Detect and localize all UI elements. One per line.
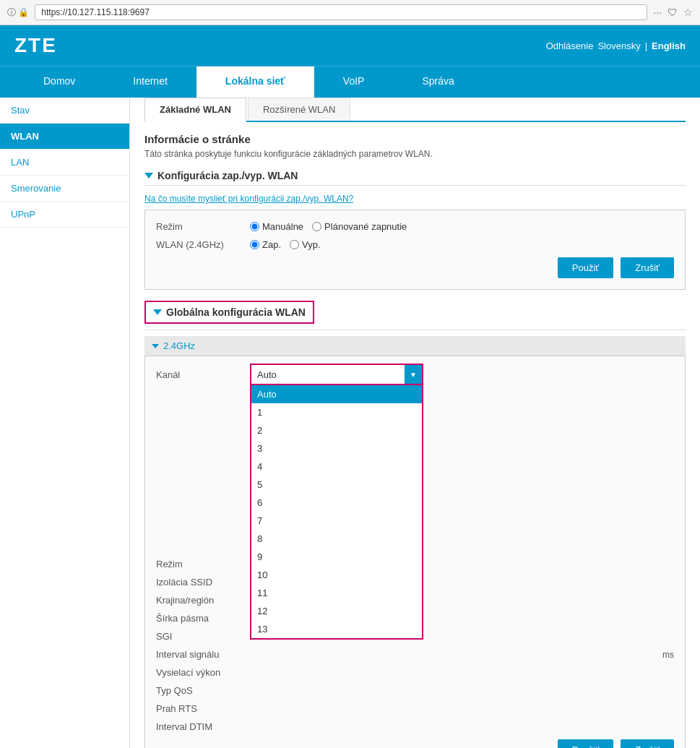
sidebar-item-smerovanie[interactable]: Smerovanie xyxy=(0,176,129,202)
collapse-icon xyxy=(144,173,153,179)
kanal-option-7[interactable]: 7 xyxy=(251,512,422,530)
kanal-option-1[interactable]: 1 xyxy=(251,403,422,421)
tab-rozsirene-wlan[interactable]: Rozšírené WLAN xyxy=(248,98,350,121)
page-info: Informácie o stránke Táto stránka poskyt… xyxy=(144,133,686,159)
krajina-label: Krajina/región xyxy=(156,595,250,606)
wlan-zap-label: Zap. xyxy=(262,239,281,250)
kanal-option-6[interactable]: 6 xyxy=(251,494,422,512)
kanal-selected-value: Auto xyxy=(251,366,405,383)
prah-rts-row: Prah RTS xyxy=(156,703,674,714)
nav-domov[interactable]: Domov xyxy=(14,66,104,98)
kanal-option-9[interactable]: 9 xyxy=(251,548,422,566)
kanal-option-5[interactable]: 5 xyxy=(251,476,422,494)
wlan-switch-apply-btn[interactable]: Použiť xyxy=(558,257,613,278)
kanal-option-8[interactable]: 8 xyxy=(251,530,422,548)
kanal-row: Kanál Auto ▼ Auto 1 2 xyxy=(156,364,674,385)
wlan-zap-option[interactable]: Zap. xyxy=(250,239,281,250)
browser-bar: ⓘ 🔒 https://10.127.115.118:9697 ··· 🛡 ☆ xyxy=(0,0,700,25)
kanal-option-12[interactable]: 12 xyxy=(251,602,422,620)
star-icon[interactable]: ☆ xyxy=(683,7,693,18)
tab-bar: Základné WLAN Rozšírené WLAN xyxy=(144,98,686,122)
sidebar-item-stav[interactable]: Stav xyxy=(0,98,129,124)
wlan-switch-cancel-btn[interactable]: Zrušiť xyxy=(621,257,674,278)
wlan-vyp-option[interactable]: Vyp. xyxy=(290,239,321,250)
rezim-manualne-radio[interactable] xyxy=(250,222,259,231)
global-config-content: 2.4GHz Kanál Auto ▼ xyxy=(144,336,686,748)
wlan-switch-section-header[interactable]: Konfigurácia zap./vyp. WLAN xyxy=(144,170,686,181)
global-config-title: Globálna konfigurácia WLAN xyxy=(166,306,306,318)
page-info-description: Táto stránka poskytuje funkciu konfigurá… xyxy=(144,149,686,159)
nav-internet[interactable]: Internet xyxy=(104,66,196,98)
rezim-row: Režim Manuálne Plánované zapnutie xyxy=(156,221,674,232)
rezim-manualne-option[interactable]: Manuálne xyxy=(250,221,303,232)
global-config-apply-btn[interactable]: Použiť xyxy=(558,739,613,748)
interval-dtim-row: Interval DTIM xyxy=(156,721,674,732)
wlan-row: WLAN (2.4GHz) Zap. Vyp. xyxy=(156,239,674,250)
vysilaci-vykon-label: Vysielací výkon xyxy=(156,667,250,678)
kanal-label: Kanál xyxy=(156,369,250,380)
url-bar[interactable]: https://10.127.115.118:9697 xyxy=(35,4,647,20)
prah-rts-label: Prah RTS xyxy=(156,703,250,714)
subsection-collapse-icon xyxy=(152,344,159,348)
nav-voip[interactable]: VoIP xyxy=(314,66,394,98)
kanal-option-10[interactable]: 10 xyxy=(251,566,422,584)
bookmark-icon[interactable]: 🛡 xyxy=(667,7,678,18)
global-config-button-row: Použiť Zrušiť xyxy=(156,739,674,748)
menu-icon[interactable]: ··· xyxy=(653,7,662,18)
rezim-global-label: Režim xyxy=(156,559,250,569)
interval-signalu-row: Interval signálu ms xyxy=(156,649,674,660)
main-content: Základné WLAN Rozšírené WLAN Informácie … xyxy=(130,98,700,748)
rezim-planovane-option[interactable]: Plánované zapnutie xyxy=(312,221,407,232)
main-nav: Domov Internet Lokálna sieť VoIP Správa xyxy=(0,66,700,98)
wlan-switch-title: Konfigurácia zap./vyp. WLAN xyxy=(157,170,298,181)
config-table-area: Kanál Auto ▼ Auto 1 2 xyxy=(144,356,686,748)
global-config-collapse-icon xyxy=(153,309,162,315)
wlan-switch-config-box: Režim Manuálne Plánované zapnutie WLAN (… xyxy=(144,210,686,290)
sidebar-item-lan[interactable]: LAN xyxy=(0,150,129,176)
wlan-vyp-radio[interactable] xyxy=(290,240,299,249)
subsection-2-4ghz-label[interactable]: 2.4GHz xyxy=(163,340,195,351)
wlan-zap-radio[interactable] xyxy=(250,240,259,249)
tab-zakladne-wlan[interactable]: Základné WLAN xyxy=(144,98,246,122)
wlan-radio-group: Zap. Vyp. xyxy=(250,239,321,250)
typ-qos-label: Typ QoS xyxy=(156,685,250,696)
vysilaci-vykon-row: Vysielací výkon xyxy=(156,667,674,678)
sidebar-item-wlan[interactable]: WLAN xyxy=(0,124,129,150)
kanal-dropdown-popup: Auto 1 2 3 4 5 6 7 8 9 10 11 12 xyxy=(250,385,423,640)
global-config-cancel-btn[interactable]: Zrušiť xyxy=(621,739,674,748)
izolacia-label: Izolácia SSID xyxy=(156,577,250,588)
url-text: https://10.127.115.118:9697 xyxy=(41,7,149,17)
rezim-planovane-radio[interactable] xyxy=(312,222,321,231)
page-layout: Stav WLAN LAN Smerovanie UPnP Základné W… xyxy=(0,98,700,748)
sirka-label: Šírka pásma xyxy=(156,613,250,624)
kanal-option-auto[interactable]: Auto xyxy=(251,385,422,403)
kanal-dropdown-display[interactable]: Auto ▼ xyxy=(250,364,423,385)
wlan-switch-button-row: Použiť Zrušiť xyxy=(156,257,674,278)
rezim-label: Režim xyxy=(156,221,250,232)
nav-lokalna-siet[interactable]: Lokálna sieť xyxy=(196,66,314,98)
sidebar-item-upnp[interactable]: UPnP xyxy=(0,202,129,228)
logout-link[interactable]: Odhlásenie xyxy=(546,40,594,51)
global-config-section-header[interactable]: Globálna konfigurácia WLAN xyxy=(144,301,314,324)
helper-link[interactable]: Na čo musíte myslieť pri konfigurácii za… xyxy=(144,194,353,204)
lang-en-link[interactable]: English xyxy=(652,40,686,51)
arrow-icon: ▼ xyxy=(410,371,417,379)
typ-qos-row: Typ QoS xyxy=(156,685,674,696)
lang-sk-link[interactable]: Slovensky xyxy=(597,40,640,51)
subsection-2-4ghz-header[interactable]: 2.4GHz xyxy=(144,336,686,356)
nav-sprava[interactable]: Správa xyxy=(393,66,483,98)
kanal-option-3[interactable]: 3 xyxy=(251,439,422,457)
sgi-label: SGI xyxy=(156,631,250,642)
lang-separator: | xyxy=(645,40,647,51)
header: ZTE Odhlásenie Slovensky | English xyxy=(0,25,700,66)
kanal-option-2[interactable]: 2 xyxy=(251,421,422,439)
kanal-option-4[interactable]: 4 xyxy=(251,457,422,476)
security-info-icon: ⓘ 🔒 xyxy=(7,7,29,19)
sidebar: Stav WLAN LAN Smerovanie UPnP xyxy=(0,98,130,748)
kanal-option-13[interactable]: 13 xyxy=(251,620,422,638)
kanal-option-11[interactable]: 11 xyxy=(251,584,422,602)
rezim-radio-group: Manuálne Plánované zapnutie xyxy=(250,221,407,232)
rezim-manualne-label: Manuálne xyxy=(262,221,303,232)
kanal-dropdown-arrow: ▼ xyxy=(405,365,422,384)
browser-icons: ··· 🛡 ☆ xyxy=(653,7,693,18)
